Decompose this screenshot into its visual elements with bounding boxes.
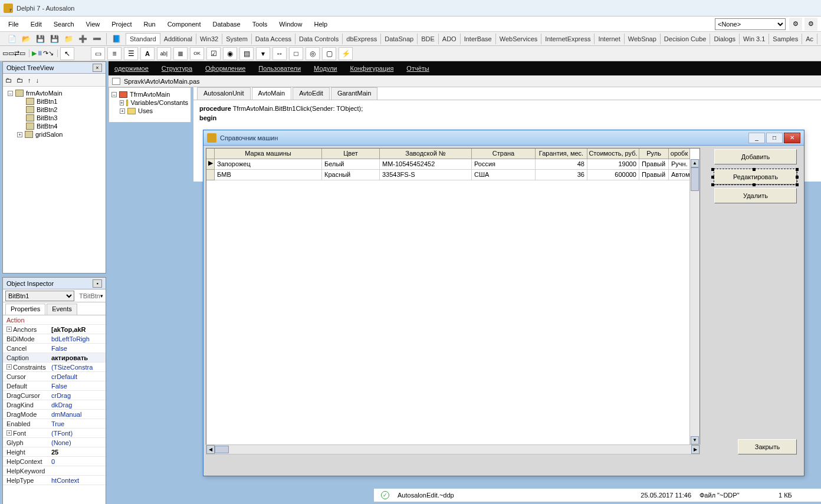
table-row[interactable]: БМВКрасный33543FS-SСША36600000ПравыйАвто… <box>206 170 700 180</box>
col-Стоимость, руб.[interactable]: Стоимость, руб. <box>587 149 639 159</box>
palette-tab-samples[interactable]: Samples <box>769 34 802 44</box>
viewform-icon[interactable]: ▭ <box>2 50 8 57</box>
prop-dragcursor[interactable]: DragCursorcrDrag <box>3 391 106 400</box>
memo-component[interactable]: ≣ <box>173 47 188 60</box>
save-icon[interactable]: 💾 <box>34 33 47 45</box>
prop-helpcontext[interactable]: HelpContext0 <box>3 457 106 466</box>
palette-tab-system[interactable]: System <box>222 34 252 44</box>
groupbox-component[interactable]: □ <box>289 47 303 60</box>
label-component[interactable]: A <box>140 47 155 60</box>
tree-node-bitbtn4[interactable]: BitBtn4 <box>5 122 103 130</box>
combobox-component[interactable]: ▾ <box>256 47 270 60</box>
tab-properties[interactable]: Properties <box>5 304 45 315</box>
dark-menu-конфигурация[interactable]: Конфигурация <box>350 65 394 72</box>
db-grid[interactable]: Марка машиныЦветЗаводской №СтранаГаранти… <box>206 148 700 445</box>
button-component[interactable]: OK <box>190 47 204 60</box>
palette-tab-dialogs[interactable]: Dialogs <box>710 34 740 44</box>
form-designer-window[interactable]: Справочник машин _ □ ✕ Марка машиныЦветЗ… <box>203 130 804 476</box>
run-target-combo[interactable]: <None> <box>715 18 786 30</box>
radio-component[interactable]: ◉ <box>223 47 237 60</box>
toggle-icon[interactable]: ⇄ <box>14 50 19 57</box>
col-Страна[interactable]: Страна <box>472 149 536 159</box>
prop-helptype[interactable]: HelpTypehtContext <box>3 476 106 485</box>
explorer-file-row[interactable]: ✓ AutosalonEdit.~ddp 25.05.2017 11:46 Фа… <box>374 489 821 502</box>
dark-menu-модули[interactable]: Модули <box>314 65 337 72</box>
tab-events[interactable]: Events <box>47 304 77 315</box>
tree-node-bitbtn2[interactable]: BitBtn2 <box>5 106 103 114</box>
dark-menu-структура[interactable]: Структура <box>162 65 192 72</box>
menu-tools[interactable]: Tools <box>247 18 274 30</box>
col-Руль[interactable]: Руль <box>639 149 669 159</box>
code-tab-avtomain[interactable]: AvtoMain <box>252 87 292 100</box>
new-icon[interactable]: 📄 <box>5 33 18 45</box>
palette-tab-ado[interactable]: ADO <box>439 34 461 44</box>
menu-component[interactable]: Component <box>162 18 207 30</box>
radiogroup-component[interactable]: ◎ <box>306 47 320 60</box>
prop-default[interactable]: DefaultFalse <box>3 381 106 391</box>
frame-component[interactable]: ▭ <box>91 47 105 60</box>
menu-edit[interactable]: Edit <box>25 18 48 30</box>
prop-constraints[interactable]: +Constraints(TSizeConstra <box>3 363 106 372</box>
col-Марка машины[interactable]: Марка машины <box>215 149 322 159</box>
menu-run[interactable]: Run <box>137 18 161 30</box>
close-form-button[interactable]: Закрыть <box>738 439 797 454</box>
palette-tab-interbase[interactable]: InterBase <box>461 34 496 44</box>
panel-component[interactable]: ▢ <box>322 47 336 60</box>
tree-up-icon[interactable]: ↑ <box>28 77 31 84</box>
col-indicator[interactable] <box>206 149 215 159</box>
palette-tab-internet[interactable]: Internet <box>595 34 624 44</box>
pause-icon[interactable]: ⏸ <box>37 50 43 57</box>
dark-menu-отчёты[interactable]: Отчёты <box>406 65 429 72</box>
prop-cancel[interactable]: CancelFalse <box>3 344 106 353</box>
inspector-grid[interactable]: Action+Anchors[akTop,akRBiDiModebdLeftTo… <box>3 315 106 504</box>
prop-height[interactable]: Height25 <box>3 447 106 457</box>
tree-root[interactable]: – frmAvtoMain <box>5 89 103 97</box>
menu-window[interactable]: Window <box>273 18 308 30</box>
prop-enabled[interactable]: EnabledTrue <box>3 419 106 429</box>
prop-anchors[interactable]: +Anchors[akTop,akR <box>3 325 106 334</box>
code-tab-garantmain[interactable]: GarantMain <box>331 87 377 100</box>
vertical-scrollbar[interactable]: ▲▼ <box>689 159 700 444</box>
dark-menu-одержимое[interactable]: одержимое <box>114 65 149 72</box>
menu-file[interactable]: File <box>2 18 25 30</box>
arrow-component[interactable]: ↖ <box>60 47 74 60</box>
dark-menu-оформление[interactable]: Оформление <box>205 65 245 72</box>
prop-dragkind[interactable]: DragKinddkDrag <box>3 400 106 410</box>
palette-tab-ac[interactable]: Ac <box>802 34 817 44</box>
mainmenu-component[interactable]: ≡ <box>107 47 121 60</box>
palette-tab-data-access[interactable]: Data Access <box>252 34 295 44</box>
edit-button[interactable]: Редактировать <box>714 169 797 185</box>
close-icon[interactable]: × <box>93 64 102 72</box>
prop-bidimode[interactable]: BiDiModebdLeftToRigh <box>3 334 106 344</box>
listbox-component[interactable]: ▤ <box>239 47 254 60</box>
tree-down-icon[interactable]: ↓ <box>36 77 40 84</box>
palette-tab-additional[interactable]: Additional <box>160 34 196 44</box>
tree-expand-icon[interactable]: 🗀 <box>17 77 23 84</box>
prop-glyph[interactable]: Glyph(None) <box>3 438 106 447</box>
run-icon[interactable]: ▶ <box>32 50 37 57</box>
palette-tab-win32[interactable]: Win32 <box>196 34 222 44</box>
palette-tab-decision-cube[interactable]: Decision Cube <box>661 34 711 44</box>
palette-tab-internetexpress[interactable]: InternetExpress <box>541 34 595 44</box>
code-tab-avtoedit[interactable]: AvtoEdit <box>293 87 330 100</box>
palette-tab-data-controls[interactable]: Data Controls <box>295 34 343 44</box>
prop-font[interactable]: +Font(TFont) <box>3 429 106 438</box>
tree-node-bitbtn3[interactable]: BitBtn3 <box>5 114 103 122</box>
dark-menu-пользователи[interactable]: Пользователи <box>258 65 301 72</box>
prop-cursor[interactable]: CursorcrDefault <box>3 372 106 381</box>
code-tab-autosalonunit[interactable]: AutosalonUnit <box>197 87 251 100</box>
tree-refresh-icon[interactable]: 🗀 <box>5 77 12 84</box>
tree-node-gridsalon[interactable]: +gridSalon <box>5 130 103 139</box>
popupmenu-component[interactable]: ☰ <box>124 47 138 60</box>
prop-caption[interactable]: Captionактировать <box>3 353 106 363</box>
col-Цвет[interactable]: Цвет <box>322 149 380 159</box>
col-Гарантия, мес.[interactable]: Гарантия, мес. <box>536 149 587 159</box>
help-icon[interactable]: 📘 <box>110 33 123 45</box>
palette-tab-datasnap[interactable]: DataSnap <box>381 34 418 44</box>
viewunit-icon[interactable]: ▭ <box>8 50 14 57</box>
menu-view[interactable]: View <box>80 18 106 30</box>
menu-project[interactable]: Project <box>106 18 137 30</box>
actionlist-component[interactable]: ⚡ <box>339 47 353 60</box>
col-оробк[interactable]: оробк <box>669 149 690 159</box>
palette-tab-websnap[interactable]: WebSnap <box>625 34 661 44</box>
